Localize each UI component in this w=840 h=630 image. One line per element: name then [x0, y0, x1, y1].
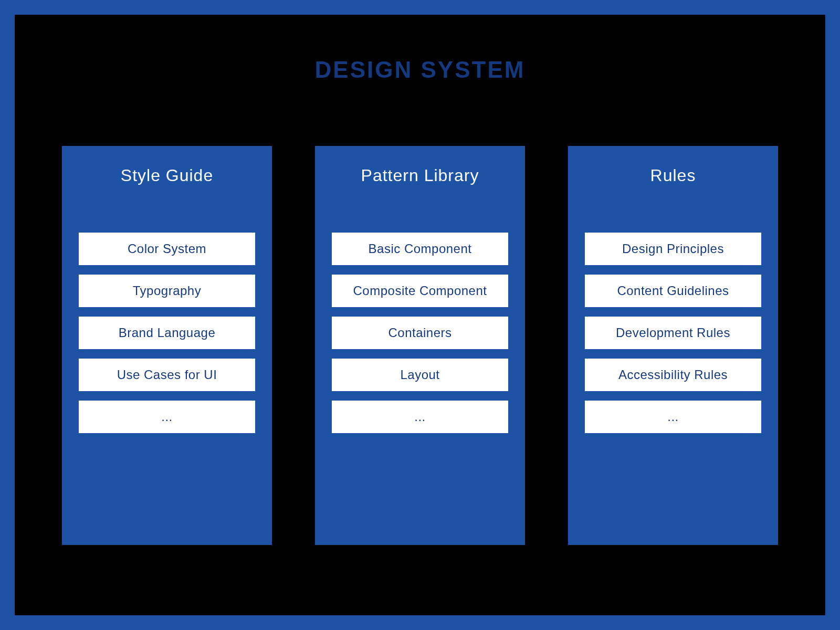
diagram-panel: DESIGN SYSTEM Style Guide Color System T…: [15, 15, 825, 615]
list-item: Use Cases for UI: [79, 359, 255, 391]
columns-row: Style Guide Color System Typography Bran…: [62, 146, 778, 568]
list-item: Basic Component: [332, 233, 508, 265]
column-pattern-library: Pattern Library Basic Component Composit…: [315, 146, 525, 545]
list-item: ...: [585, 401, 761, 433]
column-title: Style Guide: [79, 166, 255, 185]
column-style-guide: Style Guide Color System Typography Bran…: [62, 146, 272, 545]
list-item: Accessibility Rules: [585, 359, 761, 391]
list-item: Layout: [332, 359, 508, 391]
list-item: Composite Component: [332, 275, 508, 307]
list-item: Color System: [79, 233, 255, 265]
list-item: Development Rules: [585, 317, 761, 349]
outer-frame: DESIGN SYSTEM Style Guide Color System T…: [0, 0, 840, 630]
diagram-title: DESIGN SYSTEM: [62, 57, 778, 83]
list-item: Containers: [332, 317, 508, 349]
list-item: Brand Language: [79, 317, 255, 349]
column-items: Basic Component Composite Component Cont…: [332, 233, 508, 433]
column-rules: Rules Design Principles Content Guidelin…: [568, 146, 778, 545]
column-title: Rules: [585, 166, 761, 185]
list-item: Typography: [79, 275, 255, 307]
column-items: Design Principles Content Guidelines Dev…: [585, 233, 761, 433]
list-item: ...: [332, 401, 508, 433]
list-item: Design Principles: [585, 233, 761, 265]
column-title: Pattern Library: [332, 166, 508, 185]
column-items: Color System Typography Brand Language U…: [79, 233, 255, 433]
list-item: ...: [79, 401, 255, 433]
list-item: Content Guidelines: [585, 275, 761, 307]
